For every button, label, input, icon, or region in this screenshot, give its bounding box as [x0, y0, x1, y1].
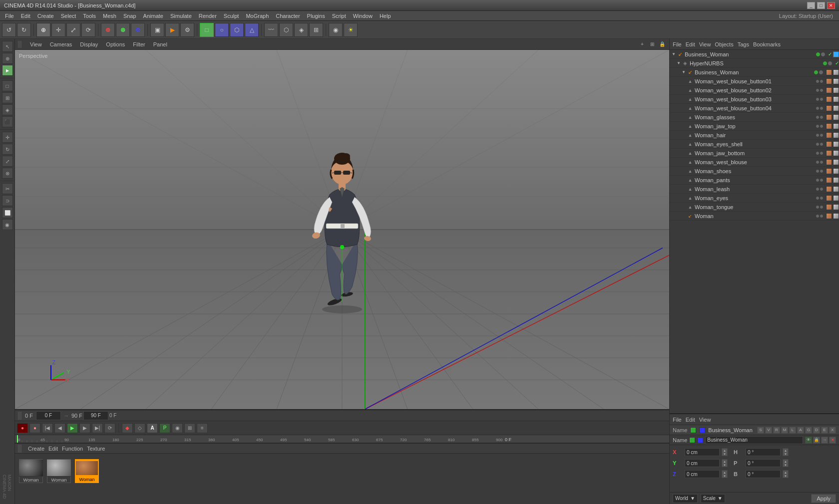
tl-first-frame[interactable]: |◀: [42, 423, 53, 433]
attr-spin-b[interactable]: ▲ ▼: [783, 470, 789, 478]
tl-auto-record[interactable]: ●: [29, 423, 40, 433]
om-row-button02[interactable]: ▲ Woman_west_blouse_button02: [670, 86, 839, 95]
mat-menu-create[interactable]: Create: [28, 446, 44, 452]
om-menu-objects[interactable]: Objects: [715, 41, 733, 47]
rotate-tool[interactable]: ⟳: [81, 23, 95, 37]
attr-spin-down-y[interactable]: ▼: [722, 463, 727, 467]
om-row-pants[interactable]: ▲ Woman_pants: [670, 176, 839, 185]
menu-render[interactable]: Render: [196, 12, 220, 20]
attr-input-z-pos[interactable]: [685, 470, 720, 478]
om-row-business-woman-child[interactable]: ▼ ↙ Business_Woman: [670, 68, 839, 77]
sidebar-icon-paint[interactable]: ⬜: [2, 207, 13, 218]
maximize-button[interactable]: □: [817, 2, 825, 9]
attr-icon-eye[interactable]: 👁: [805, 437, 812, 444]
attr-input-y-pos[interactable]: [685, 459, 720, 467]
nri-icon-5[interactable]: L: [789, 427, 796, 434]
attr-spin-up-b[interactable]: ▲: [783, 471, 788, 474]
om-row-jaw-top[interactable]: ▲ Woman_jaw_top: [670, 122, 839, 131]
menu-plugins[interactable]: Plugins: [304, 12, 328, 20]
menu-file[interactable]: File: [2, 12, 17, 20]
attr-spin-up-z[interactable]: ▲: [722, 471, 727, 474]
current-frame-input[interactable]: [36, 411, 61, 420]
nri-icon-6[interactable]: A: [797, 427, 804, 434]
primitive-sphere[interactable]: ○: [215, 23, 229, 37]
sidebar-icon-magnet[interactable]: ⊃: [2, 195, 13, 206]
menu-select[interactable]: Select: [58, 12, 79, 20]
tl-key-settings[interactable]: ≡: [197, 423, 208, 433]
om-menu-file[interactable]: File: [673, 41, 682, 47]
om-row-eyes-shell[interactable]: ▲ Woman_eyes_shell: [670, 140, 839, 149]
y-ring[interactable]: ⊗: [116, 23, 130, 37]
attr-spin-z[interactable]: ▲ ▼: [722, 470, 728, 478]
hyper-nurbs[interactable]: ◈: [294, 23, 308, 37]
tl-loop[interactable]: ⟳: [104, 423, 115, 433]
sidebar-icon-texture[interactable]: ⬛: [2, 116, 13, 127]
menu-edit[interactable]: Edit: [18, 12, 33, 20]
sidebar-icon-wire[interactable]: ⊞: [2, 92, 13, 103]
sidebar-icon-rotate[interactable]: ↻: [2, 144, 13, 155]
attr-spin-h[interactable]: ▲ ▼: [783, 448, 789, 456]
sidebar-icon-cube[interactable]: □: [2, 80, 13, 91]
attr-icon-lock[interactable]: 🔒: [813, 437, 820, 444]
select-tool[interactable]: ⊕: [36, 23, 50, 37]
attr-menu-file[interactable]: File: [673, 417, 682, 423]
attr-input-p[interactable]: [746, 459, 781, 467]
om-row-button03[interactable]: ▲ Woman_west_blouse_button03: [670, 95, 839, 104]
loft-nurbs[interactable]: ⊞: [309, 23, 323, 37]
menu-create[interactable]: Create: [34, 12, 57, 20]
om-row-button04[interactable]: ▲ Woman_west_blouse_button04: [670, 104, 839, 113]
primitive-cone[interactable]: △: [245, 23, 259, 37]
close-button[interactable]: ✕: [827, 2, 835, 9]
om-dot-green-0[interactable]: [816, 52, 820, 56]
om-row-button01[interactable]: ▲ Woman_west_blouse_button01: [670, 77, 839, 86]
attr-spin-y[interactable]: ▲ ▼: [722, 459, 728, 467]
sidebar-icon-select[interactable]: ⊕: [2, 53, 13, 64]
om-row-shoes[interactable]: ▲ Woman_shoes: [670, 167, 839, 176]
sweep-nurbs[interactable]: ⬡: [279, 23, 293, 37]
redo-button[interactable]: ↻: [17, 23, 31, 37]
menu-help[interactable]: Help: [377, 12, 394, 20]
vp-icon-layout[interactable]: ⊞: [648, 40, 656, 48]
sidebar-icon-move[interactable]: ✛: [2, 132, 13, 143]
attr-spin-down-b[interactable]: ▼: [783, 474, 788, 478]
menu-tools[interactable]: Tools: [80, 12, 99, 20]
viewport[interactable]: X Y Z Perspective: [15, 50, 669, 409]
menu-simulate[interactable]: Simulate: [167, 12, 195, 20]
attr-icon-arrow[interactable]: →: [821, 437, 828, 444]
om-menu-view[interactable]: View: [699, 41, 711, 47]
tl-next-frame[interactable]: ▶: [79, 423, 90, 433]
nri-icon-2[interactable]: V: [765, 427, 772, 434]
render-region[interactable]: ▣: [150, 23, 164, 37]
om-row-hypernurbs[interactable]: ▼ ◈ HyperNURBS ✓: [670, 59, 839, 68]
attr-name-input[interactable]: [705, 436, 803, 444]
nri-icon-10[interactable]: X: [829, 427, 836, 434]
x-ring[interactable]: ⊗: [101, 23, 115, 37]
material-swatch-0[interactable]: Woman: [19, 459, 43, 483]
tl-key-preview[interactable]: ⊞: [184, 423, 195, 433]
attr-spin-down-p[interactable]: ▼: [783, 463, 788, 467]
om-row-business-woman-top[interactable]: ▼ ↙ Business_Woman ✓: [670, 50, 839, 59]
timeline-ruler[interactable]: 0 45 90 135 180 225 270 315 360 405 450 …: [15, 435, 669, 443]
undo-button[interactable]: ↺: [2, 23, 16, 37]
om-menu-edit[interactable]: Edit: [686, 41, 695, 47]
attr-spin-down-h[interactable]: ▼: [783, 452, 788, 456]
om-row-leash[interactable]: ▲ Woman_leash: [670, 185, 839, 194]
coord-system-dropdown[interactable]: World ▼: [673, 494, 698, 503]
camera-tool[interactable]: ◉: [329, 23, 343, 37]
om-row-woman[interactable]: ↙ Woman: [670, 212, 839, 221]
om-row-hair[interactable]: ▲ Woman_hair: [670, 131, 839, 140]
attr-input-h[interactable]: [746, 448, 781, 456]
vp-icon-lock[interactable]: 🔒: [658, 40, 666, 48]
tl-key-remove[interactable]: ◇: [134, 423, 145, 433]
menu-mesh[interactable]: Mesh: [100, 12, 119, 20]
om-menu-bookmarks[interactable]: Bookmarks: [753, 41, 781, 47]
om-row-eyes[interactable]: ▲ Woman_eyes: [670, 194, 839, 203]
mat-menu-function[interactable]: Function: [62, 446, 83, 452]
light-tool[interactable]: ☀: [344, 23, 358, 37]
sidebar-icon-arrow[interactable]: ↖: [2, 41, 13, 52]
sidebar-icon-live[interactable]: ▶: [2, 65, 13, 76]
tl-key-mode[interactable]: A: [147, 423, 158, 433]
frame-end-input[interactable]: [83, 411, 108, 420]
om-row-west-blouse[interactable]: ▲ Woman_west_blouse: [670, 158, 839, 167]
tl-key-tangent[interactable]: P: [159, 423, 170, 433]
